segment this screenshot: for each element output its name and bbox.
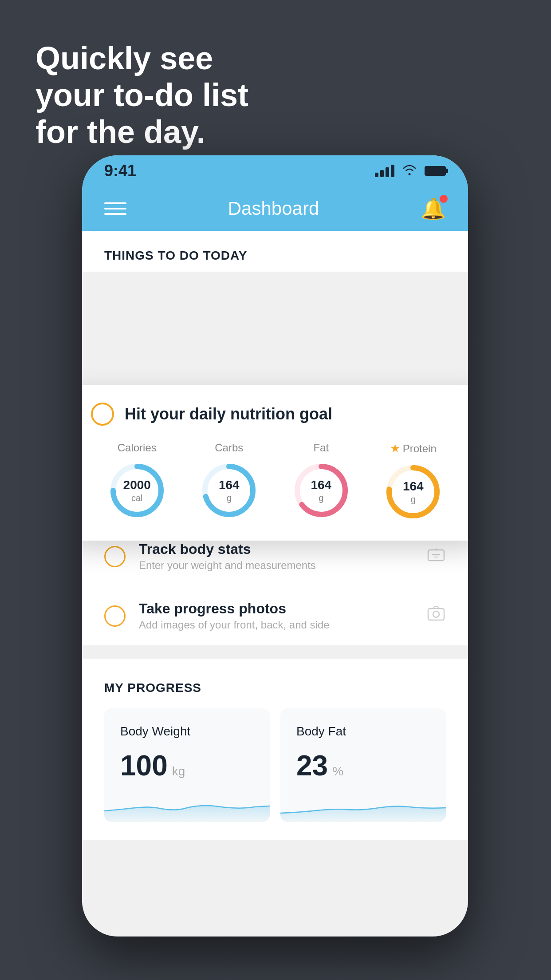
svg-rect-10 xyxy=(428,550,444,561)
macro-protein-chart: 164 g xyxy=(382,461,444,523)
signal-bars-icon xyxy=(375,165,394,177)
macro-calories-chart: 2000 cal xyxy=(106,459,168,522)
page-headline: Quickly see your to-do list for the day. xyxy=(35,40,248,150)
macro-protein-label: ★ Protein xyxy=(390,442,437,455)
body-fat-card[interactable]: Body Fat 23 % xyxy=(280,708,446,822)
progress-section: MY PROGRESS Body Weight 100 kg xyxy=(82,659,468,840)
status-time: 9:41 xyxy=(104,162,136,180)
hamburger-menu-button[interactable] xyxy=(104,202,126,215)
phone-frame: 9:41 xyxy=(82,155,468,937)
progress-section-title: MY PROGRESS xyxy=(104,681,446,695)
body-fat-value: 23 xyxy=(296,749,328,782)
star-icon: ★ xyxy=(390,442,400,455)
status-icons xyxy=(375,163,446,179)
macro-carbs-label: Carbs xyxy=(215,442,243,454)
body-weight-title: Body Weight xyxy=(120,724,254,739)
body-fat-chart xyxy=(280,791,446,822)
body-weight-card[interactable]: Body Weight 100 kg xyxy=(104,708,270,822)
svg-rect-14 xyxy=(428,609,444,620)
nutrition-header: Hit your daily nutrition goal xyxy=(91,403,459,426)
status-bar: 9:41 xyxy=(82,155,468,186)
macro-protein-value: 164 xyxy=(403,479,424,494)
macro-calories-value: 2000 xyxy=(123,478,151,493)
body-weight-unit: kg xyxy=(172,764,185,778)
svg-point-15 xyxy=(433,611,439,617)
notifications-button[interactable]: 🔔 xyxy=(421,197,446,221)
body-fat-title: Body Fat xyxy=(296,724,430,739)
todo-circle-photos xyxy=(104,605,126,627)
macro-protein: ★ Protein 164 xyxy=(382,442,444,523)
macro-fat-chart: 164 g xyxy=(290,459,352,522)
macro-carbs: Carbs 164 g xyxy=(198,442,260,522)
scroll-content: THINGS TO DO TODAY Hit your daily nutrit… xyxy=(82,231,468,937)
macro-calories: Calories 2000 cal xyxy=(106,442,168,522)
todo-item-photos[interactable]: Take progress photos Add images of your … xyxy=(82,586,468,645)
things-section: THINGS TO DO TODAY xyxy=(82,231,468,272)
nutrition-card-title: Hit your daily nutrition goal xyxy=(125,405,332,423)
notification-badge xyxy=(440,195,448,203)
todo-photos-desc: Add images of your front, back, and side xyxy=(139,619,413,631)
body-weight-value: 100 xyxy=(120,749,168,782)
body-fat-unit: % xyxy=(332,764,343,778)
macro-fat-value: 164 xyxy=(311,478,331,493)
nav-bar: Dashboard 🔔 xyxy=(82,186,468,231)
todo-photos-name: Take progress photos xyxy=(139,601,413,617)
macro-fat: Fat 164 g xyxy=(290,442,352,522)
macro-carbs-value: 164 xyxy=(219,478,240,493)
nutrition-check-circle[interactable] xyxy=(91,403,114,426)
body-weight-chart xyxy=(104,791,270,822)
nav-title: Dashboard xyxy=(228,198,319,219)
battery-icon xyxy=(425,166,446,176)
macro-carbs-chart: 164 g xyxy=(198,459,260,522)
todo-circle-body-stats xyxy=(104,546,126,567)
nutrition-card-spacer: Hit your daily nutrition goal Calories xyxy=(82,272,468,467)
wifi-icon xyxy=(401,163,417,179)
nutrition-card[interactable]: Hit your daily nutrition goal Calories xyxy=(82,385,468,541)
macro-fat-label: Fat xyxy=(313,442,329,454)
progress-cards: Body Weight 100 kg xyxy=(104,708,446,822)
todo-body-stats-desc: Enter your weight and measurements xyxy=(139,559,413,572)
nutrition-macros: Calories 2000 cal xyxy=(91,442,459,523)
todo-body-stats-name: Track body stats xyxy=(139,541,413,557)
scale-icon xyxy=(426,545,446,568)
macro-calories-label: Calories xyxy=(118,442,157,454)
photo-icon xyxy=(426,604,446,628)
things-section-title: THINGS TO DO TODAY xyxy=(104,249,247,262)
